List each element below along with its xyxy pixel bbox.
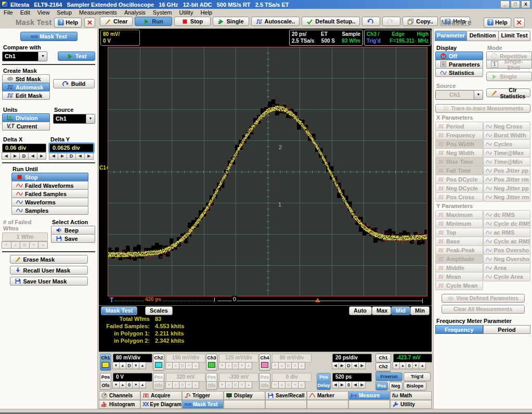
trigger-slope-pos-button[interactable]: Pos: [375, 382, 388, 391]
units-current-button[interactable]: V,TCurrent: [2, 122, 50, 131]
spinner-cell-0[interactable]: 0: [406, 362, 413, 369]
spinner-cell-▶[interactable]: ▶: [10, 152, 20, 160]
channel-ch1-scale-spinner[interactable]: ▼▲D▼▲: [113, 362, 146, 369]
units-division-button[interactable]: Division: [2, 113, 50, 122]
measure-close-button[interactable]: ✕: [514, 18, 525, 28]
channel-ch1-scale[interactable]: 80 mV/div: [113, 354, 152, 363]
spinner-cell-◀[interactable]: ◀: [28, 152, 37, 160]
toolbar-copy-button[interactable]: Copy..: [403, 17, 438, 26]
menu-setup[interactable]: Setup: [53, 9, 75, 16]
trigger-level-spinner[interactable]: ▼▲0▼▲: [393, 362, 426, 369]
spinner-cell-D[interactable]: D: [126, 362, 133, 369]
fmp-period-button[interactable]: Period: [483, 325, 531, 334]
spinner-cell-▼[interactable]: ▼: [393, 362, 400, 369]
spinner-cell-▼[interactable]: ▼: [412, 362, 420, 369]
run-until-stop-button[interactable]: Stop: [11, 173, 88, 182]
menu-utility[interactable]: Utility: [176, 9, 197, 16]
toolbar-undo-button[interactable]: [362, 17, 380, 26]
spinner-cell-▲[interactable]: ▲: [139, 362, 146, 369]
spinner-cell-0[interactable]: 0: [345, 381, 353, 389]
spinner-cell-▲[interactable]: ▲: [419, 362, 426, 369]
spinner-cell-◀[interactable]: ◀: [352, 381, 359, 389]
deltay-spinner[interactable]: ◀▶D◀▶: [49, 152, 94, 160]
save-user-mask-button[interactable]: Save User Mask: [10, 277, 88, 286]
spinner-cell-▶[interactable]: ▶: [339, 381, 346, 389]
spinner-cell-▲[interactable]: ▲: [119, 381, 126, 389]
menu-analysis[interactable]: Analysis: [121, 9, 149, 16]
run-until-waveforms-button[interactable]: Waveforms: [11, 198, 88, 206]
timebase-delay[interactable]: 520 ps: [332, 373, 372, 382]
timebase-delay-spinner[interactable]: ◀▶0◀▶: [332, 381, 366, 389]
display-parameters-button[interactable]: Parameters: [435, 60, 483, 69]
spinner-cell-▶[interactable]: ▶: [358, 362, 366, 369]
menu-view[interactable]: View: [34, 9, 54, 16]
tab-limit-test[interactable]: Limit Test: [498, 31, 530, 41]
tab-trigger[interactable]: Trigger: [182, 391, 224, 400]
run-until-failed-samples-button[interactable]: Failed Samples: [11, 189, 88, 198]
display-off-button[interactable]: Off: [435, 51, 483, 60]
zero-marker[interactable]: 0: [232, 296, 237, 302]
tab-marker[interactable]: Marker: [307, 391, 348, 400]
spinner-cell-▶[interactable]: ▶: [58, 152, 67, 160]
chevron-down-icon[interactable]: ▼: [38, 52, 47, 61]
channel-ch1-button[interactable]: Ch1: [100, 354, 111, 371]
create-std-mask-button[interactable]: Std Mask: [2, 74, 50, 83]
create-edit-mask-button[interactable]: Edit Mask: [2, 91, 50, 100]
trigger-source-ch2-button[interactable]: Ch2: [375, 363, 391, 371]
scope-tab-scales[interactable]: Scales: [145, 306, 173, 315]
tab-utility[interactable]: Utility: [390, 400, 432, 409]
deltax-value[interactable]: 0.06 div: [2, 144, 46, 152]
trigger-mode-freerun-button[interactable]: Freerun: [375, 372, 403, 381]
timebase-pos-delay-button[interactable]: PosDelay: [317, 373, 331, 390]
fmp-frequency-button[interactable]: Frequency: [435, 325, 483, 334]
create-automask-button[interactable]: Automask: [2, 83, 50, 92]
waveform-plot[interactable]: [108, 47, 427, 296]
trigger-slope-neg-button[interactable]: Neg: [389, 382, 403, 391]
trigger-position-marker[interactable]: [315, 298, 320, 302]
spinner-cell-◀[interactable]: ◀: [332, 362, 339, 369]
mask-test-help-button[interactable]: ?Help: [54, 18, 82, 28]
spinner-cell-D[interactable]: D: [67, 152, 76, 160]
toolbar-stop-button[interactable]: Stop: [174, 17, 211, 26]
tab-measure[interactable]: Measure: [348, 391, 390, 400]
spinner-cell-▶[interactable]: ▶: [37, 152, 46, 160]
test-button[interactable]: Test: [58, 51, 95, 61]
channel-ch4-button[interactable]: Ch4: [259, 354, 270, 371]
interval-marker[interactable]: I: [214, 296, 215, 303]
spinner-cell-▲[interactable]: ▲: [139, 381, 146, 389]
spinner-cell-◀[interactable]: ◀: [75, 152, 85, 160]
scope-zoom-min-button[interactable]: Min: [410, 306, 430, 315]
spinner-cell-▶[interactable]: ▶: [339, 362, 346, 369]
run-until-samples-button[interactable]: Samples: [11, 206, 88, 215]
spinner-cell-▶[interactable]: ▶: [358, 381, 366, 389]
spinner-cell-▶[interactable]: ▶: [84, 152, 94, 160]
spinner-cell-◀[interactable]: ◀: [49, 152, 58, 160]
toolbar-clear-button[interactable]: Clear: [100, 17, 133, 26]
spinner-cell-◀[interactable]: ◀: [2, 152, 11, 160]
channel-ch2-button[interactable]: Ch2: [153, 354, 164, 371]
spinner-cell-▲[interactable]: ▲: [399, 362, 407, 369]
channel-ch1-offset-spinner[interactable]: ▼▲0▼▲: [113, 381, 146, 389]
action-save-button[interactable]: Save: [51, 234, 95, 243]
menu-measurements[interactable]: Measurements: [75, 9, 121, 16]
tab-acquire[interactable]: Acquire: [140, 391, 182, 400]
spinner-cell-▼[interactable]: ▼: [112, 362, 120, 369]
spinner-cell-▼[interactable]: ▼: [132, 362, 139, 369]
tab-eye-diagram[interactable]: XXEye Diagram: [140, 400, 182, 409]
tab-parameter[interactable]: Parameter: [435, 31, 467, 41]
tab-save-recall[interactable]: Save/Recall: [265, 391, 307, 400]
chevron-down-icon[interactable]: ▼: [86, 114, 95, 123]
scope-zoom-max-button[interactable]: Max: [372, 306, 391, 315]
trigger-mode-trigd-button[interactable]: Trig'd: [404, 372, 431, 381]
erase-mask-button[interactable]: Erase Mask: [10, 255, 88, 264]
trigger-slope-bislope-button[interactable]: Bislope: [404, 382, 426, 391]
channel-ch1-offset[interactable]: 0 V: [113, 373, 152, 382]
action-beep-button[interactable]: Beep: [51, 226, 95, 235]
trigger-level[interactable]: -423.7 mV: [393, 354, 432, 363]
tab-histogram[interactable]: Histogram: [99, 400, 140, 409]
toolbar-autoscale-button[interactable]: Autoscale..: [251, 17, 300, 26]
maximize-button[interactable]: □: [511, 1, 520, 8]
menu-system[interactable]: System: [149, 9, 176, 16]
toolbar-single-button[interactable]: 1Single: [213, 17, 249, 26]
build-button[interactable]: Build: [53, 79, 95, 88]
